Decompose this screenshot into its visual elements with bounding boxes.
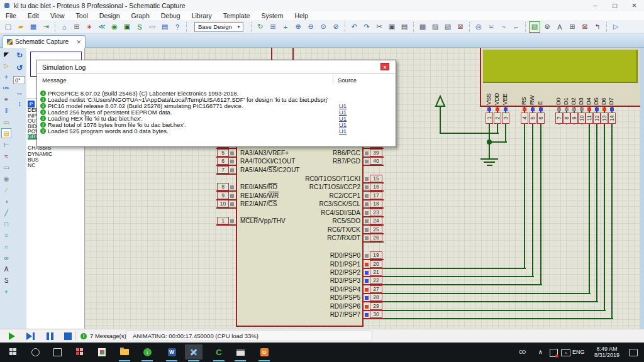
minimize-button[interactable]: ─ [586,0,605,11]
2d-box-mode-icon[interactable]: □ [1,219,11,229]
chip-pin-stub[interactable] [364,241,384,243]
tab-schematic-capture[interactable]: Schematic Capture ✕ [3,35,86,48]
list-item-bus[interactable]: BUS [28,157,83,163]
column-header-message[interactable]: Message [42,77,67,84]
wire-segment[interactable] [489,141,507,143]
schematic-capture-button-icon[interactable]: ⊞ [71,21,82,33]
home-page-icon[interactable]: ⌂ [58,21,70,33]
menu-design[interactable]: Design [94,11,126,20]
wire-segment[interactable] [384,284,542,285]
buses-mode-icon[interactable]: ‖ [1,106,11,116]
netlist-to-pcb-button-icon[interactable]: ▧ [529,21,540,33]
chip-pin-stub[interactable] [364,318,384,319]
wire-segment[interactable] [540,124,541,285]
subcircuit-mode-icon[interactable]: ▭ [1,117,11,127]
block-delete-button-icon[interactable]: ⊠ [455,21,466,33]
wire-segment[interactable] [524,124,525,269]
zoom-all-button-icon[interactable]: ⊙ [318,21,329,33]
power-terminal[interactable] [434,95,447,107]
paste-button-icon[interactable]: ▤ [399,21,410,33]
remove-sheet-button-icon[interactable]: ⊠ [579,21,591,33]
idm-icon[interactable]: ↓ [138,344,156,359]
mirror-vertical-icon[interactable]: ↕ [14,99,25,109]
view-find-button-icon[interactable]: ◎ [473,21,484,33]
start-button[interactable] [4,344,22,359]
generator-mode-icon[interactable]: ◉ [1,173,11,184]
word-icon[interactable]: W [163,344,180,359]
clock[interactable]: 8:49 AM 8/31/2019 [589,346,625,358]
cleanup-button-icon[interactable]: ⌐ [511,21,522,33]
column-divider[interactable] [333,75,333,84]
terminals-mode-icon[interactable]: ▤ [1,128,11,138]
media-app-icon[interactable] [231,344,249,359]
wire-segment[interactable] [384,268,526,269]
log-source-link[interactable]: U1 [339,128,347,134]
wire-autorouter-button-icon[interactable]: ~ [498,21,509,33]
tray-chevron-icon[interactable]: ∧ [538,349,543,355]
design-explorer-button-icon[interactable]: ◉ [109,21,120,33]
wire-segment[interactable] [589,124,590,294]
message-count[interactable]: 7 Message(s) [90,329,126,343]
property-assignment-button-icon[interactable]: A [554,21,565,33]
task-view-button[interactable] [48,344,66,359]
wire-segment[interactable] [611,124,613,319]
pick-devices-button[interactable]: P [28,101,35,107]
menu-graph[interactable]: Graph [126,11,155,20]
wire-segment[interactable] [384,276,534,277]
block-rotate-button-icon[interactable]: ▧ [442,21,453,33]
3d-visualizer-button-icon[interactable]: ▣ [121,21,133,33]
menu-help[interactable]: Help [289,11,314,20]
menu-system[interactable]: System [255,11,289,20]
close-button[interactable]: ✕ [625,0,644,11]
action-center-icon[interactable] [629,349,638,356]
base-design-select[interactable]: Base Design▼ [194,22,243,32]
zoom-out-button-icon[interactable]: ⊖ [305,21,316,33]
people-tray-icon[interactable] [518,349,526,355]
list-item-dynamic[interactable]: DYNAMIC [28,151,83,157]
design-notes-button-icon[interactable]: ▷ [610,21,621,33]
chip-pin-stub[interactable] [216,173,236,175]
2d-line-mode-icon[interactable]: ╱ [1,207,11,217]
store-icon[interactable] [93,344,111,359]
current-probe-mode-icon[interactable]: ◑ [1,196,11,206]
2d-circle-mode-icon[interactable]: ○ [1,230,11,240]
wire-segment[interactable] [497,124,498,134]
wire-segment[interactable] [532,124,533,277]
2d-text-mode-icon[interactable]: A [1,264,11,274]
bom-button-icon[interactable]: ▤ [159,21,170,33]
people-icon[interactable] [71,344,89,359]
dialog-close-button[interactable]: x [380,63,389,70]
notification-app-icon[interactable] [550,349,558,357]
search-tag-button-icon[interactable]: ⊚ [541,21,553,33]
text-script-mode-icon[interactable]: ≡ [1,94,11,104]
list-item-nc[interactable]: NC [28,163,83,168]
gerber-view-button-icon[interactable]: ≪ [96,21,108,33]
wire-segment[interactable] [384,293,591,294]
menu-template[interactable]: Template [218,11,256,20]
step-button[interactable] [26,332,32,340]
pause-button-bar[interactable] [51,332,53,340]
junction-dot-mode-icon[interactable]: + [1,72,11,82]
import-legacy-icon[interactable]: ⇥ [40,21,52,33]
maximize-button[interactable]: ▢ [605,0,625,11]
cortana-button[interactable] [26,344,44,359]
add-sheet-button-icon[interactable]: ⊞ [567,21,578,33]
toggle-grid-button-icon[interactable]: ⊞ [267,21,279,33]
tape-recorder-mode-icon[interactable]: ▭ [1,162,11,172]
rotation-input[interactable]: 0° [13,76,25,84]
component-mode-icon[interactable]: ▷ [1,60,11,70]
wire-segment[interactable] [604,124,605,311]
column-header-source[interactable]: Source [338,77,357,84]
pan-button-icon[interactable]: + [280,21,291,33]
wire-segment[interactable] [384,301,598,302]
redraw-button-icon[interactable]: ↻ [255,21,266,33]
save-design-icon[interactable]: ▦ [28,21,39,33]
zoom-in-button-icon[interactable]: ⊕ [292,21,304,33]
goto-sheet-button-icon[interactable]: ↰ [592,21,603,33]
tape-button-icon[interactable]: ▭ [147,21,158,33]
2d-path-mode-icon[interactable]: ∞ [1,253,11,263]
chip-pin-stub[interactable] [216,224,236,226]
wire-segment[interactable] [384,310,606,311]
pin-swap-button-icon[interactable]: ≍ [486,21,497,33]
menu-library[interactable]: Library [186,11,218,20]
